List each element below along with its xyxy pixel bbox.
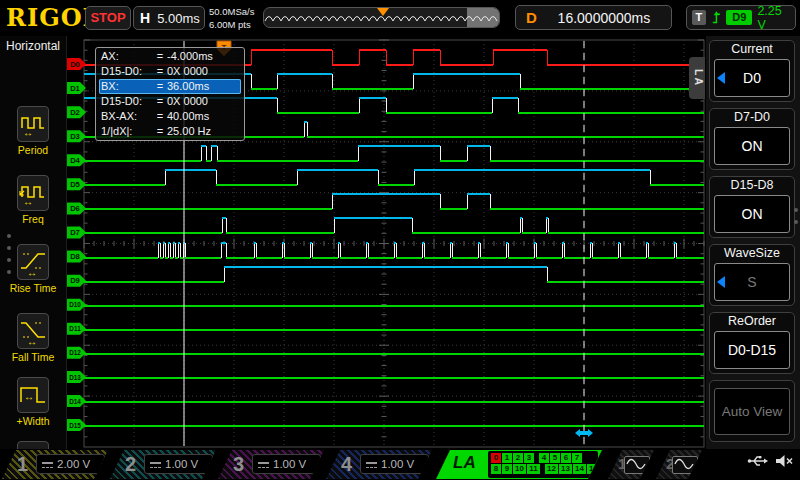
channel3-status[interactable]: 3 1.00 V [218,450,324,479]
channel-tag-label: D11 [69,325,81,332]
speaker-muted-icon[interactable] [775,453,794,469]
svg-text:↔: ↔ [23,127,33,138]
trigger-source-badge: D9 [726,10,752,25]
channel-tag-label: D9 [70,276,80,285]
cursor-row-freq: 1/|dX|:=25.00 Hz [99,124,241,139]
la-menu-tab[interactable]: LA [689,57,705,99]
la-digit-3: 3 [524,453,534,463]
cursor-row-hex-b: D15-D0:=0X 0000 [99,94,241,109]
la-digit-4: 4 [539,453,549,463]
menu-item-wavesize[interactable]: WaveSize S [709,244,795,306]
channel-tag-label: D7 [70,228,80,237]
la-digit-6: 6 [561,453,571,463]
la-digit-2: 2 [513,453,523,463]
sine-icon [672,456,698,474]
trigger-delay-box[interactable]: D 16.0000000ms [515,5,672,30]
sine-icon [624,456,650,474]
channel-tag-label: D0 [70,60,80,69]
d15-d8-state: ON [714,195,790,233]
channel-tag-label: D10 [69,301,81,308]
left-menu-title: Horizontal [0,39,66,53]
channel2-status[interactable]: 2 1.00 V [110,450,216,479]
source1-status[interactable]: 1 [608,450,654,479]
channel1-scale-box: 2.00 V [36,454,105,474]
timebase-value: 5.00ms [157,11,200,26]
menu-item-current-channel[interactable]: Current D0 [709,40,795,102]
plus-width-icon: ↔ [17,377,49,413]
la-status[interactable]: LA 01234567 89101112131415 [436,450,602,479]
la-digit-5: 5 [550,453,560,463]
channel4-status[interactable]: 4 1.00 V [326,450,432,479]
la-digit-1: 1 [502,453,512,463]
bottom-status-bar: 1 2.00 V 2 1.00 V 3 1.00 V 4 1.00 V [0,449,800,480]
cursor-row-bx-selected[interactable]: BX:=36.00ms [99,79,241,94]
horizontal-measure-menu: Horizontal ↔ Period ↔ Freq ↔ Rise Time [0,36,67,449]
la-digit-11: 11 [527,464,540,474]
reorder-value: D0-D15 [714,331,790,369]
cursor-row-ax: AX:=-4.000ms [99,49,241,64]
menu-item-reorder[interactable]: ReOrder D0-D15 [709,312,795,374]
auto-view-button: Auto View [714,388,790,435]
top-status-bar: RIGOL STOP H 5.00ms 50.0MSa/s 6.00M pts … [0,0,800,36]
menu-page-dot [7,270,11,274]
la-digit-12: 12 [545,464,558,474]
trigger-badge: T [692,10,706,25]
timebase-box[interactable]: H 5.00ms [133,6,205,30]
measure-item-fall-time[interactable]: ↔ Fall Time [0,313,66,363]
d7-d0-state: ON [714,127,790,165]
svg-text:↔: ↔ [24,391,34,402]
channel-tag-label: D3 [70,132,80,141]
la-digit-0: 0 [491,453,501,463]
menu-item-d7-d0[interactable]: D7-D0 ON [709,108,795,170]
channel4-scale-box: 1.00 V [360,454,429,474]
la-digit-14: 14 [573,464,586,474]
rising-edge-icon [711,10,722,25]
measure-item-period[interactable]: ↔ Period [0,106,66,156]
channel-tag-label: D13 [69,374,81,381]
channel-tag-label: D4 [70,156,80,165]
dc-coupling-icon [150,460,161,468]
sample-rate: 50.0MSa/s [209,5,265,18]
dc-coupling-icon [258,460,269,468]
rise-time-icon: ↔ [17,244,49,280]
run-state-badge[interactable]: STOP [85,6,131,30]
menu-item-d15-d8[interactable]: D15-D8 ON [709,176,795,238]
channel-tag-label: D1 [70,84,80,93]
cursor-row-delta: BX-AX:=40.00ms [99,109,241,124]
memory-waveform-icon [264,8,499,27]
menu-page-dot [7,246,11,250]
dc-coupling-icon [366,460,377,468]
channel3-scale-box: 1.00 V [252,454,321,474]
memory-position-bar[interactable] [263,7,500,28]
current-channel-value: D0 [714,59,790,97]
menu-page-dot [794,220,798,224]
timebase-label: H [140,10,150,26]
menu-item-auto-view[interactable]: Auto View [709,380,795,442]
la-digit-9: 9 [502,464,512,474]
cursor-row-hex-a: D15-D0:=0X 0000 [99,64,241,79]
channel-tag-label: D8 [70,252,80,261]
la-digit-13: 13 [559,464,572,474]
channel-tag-label: D2 [70,108,80,117]
la-digit-7: 7 [572,453,582,463]
oscilloscope-screen: D0D1D2D3D4D5D6D7D8D9D10D11D12D13D14D15T … [0,0,800,480]
channel-tag-label: D12 [69,349,81,356]
la-channel-grid: 01234567 89101112131415 [488,451,598,478]
measure-item-freq[interactable]: ↔ Freq [0,175,66,225]
svg-text:↔: ↔ [27,336,37,347]
delay-label: D [526,9,537,26]
channel-tag-label: D6 [70,204,80,213]
measure-item-rise-time[interactable]: ↔ Rise Time [0,244,66,294]
svg-text:↔: ↔ [27,267,37,278]
la-digit-8: 8 [491,464,501,474]
channel-tag-label: D5 [70,180,80,189]
measure-item-plus-width[interactable]: ↔ +Width [0,377,66,427]
freq-icon: ↔ [17,175,49,211]
knob-select-arrow-icon [717,276,725,288]
channel1-status[interactable]: 1 2.00 V [2,450,108,479]
dc-coupling-icon [42,460,53,468]
channel-tag-label: D15 [69,422,81,429]
knob-select-arrow-icon [717,72,725,84]
source2-status[interactable]: 2 [656,450,702,479]
trigger-info-box[interactable]: T D9 2.25 V [686,5,796,30]
